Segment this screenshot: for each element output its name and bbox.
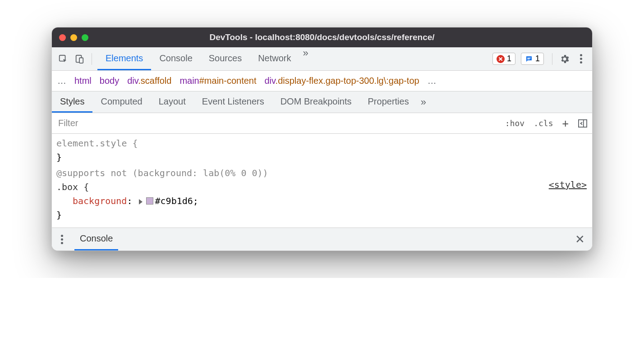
separator bbox=[92, 53, 92, 65]
css-declaration[interactable]: background: #c9b1d6; bbox=[56, 194, 588, 208]
svg-rect-3 bbox=[527, 58, 531, 59]
kebab-menu-icon[interactable] bbox=[574, 52, 588, 66]
drawer: Console ✕ bbox=[52, 228, 592, 250]
subtab-styles[interactable]: Styles bbox=[52, 91, 92, 113]
subtab-properties[interactable]: Properties bbox=[360, 91, 417, 113]
subtab-computed[interactable]: Computed bbox=[92, 91, 150, 113]
breadcrumb-item[interactable]: main#main-content bbox=[179, 76, 256, 86]
selector[interactable]: .box { bbox=[56, 180, 588, 194]
separator bbox=[552, 53, 552, 65]
main-toolbar: Elements Console Sources Network » 1 1 bbox=[52, 47, 592, 71]
tab-elements[interactable]: Elements bbox=[97, 47, 151, 70]
property-value[interactable]: #c9b1d6 bbox=[155, 196, 193, 206]
breadcrumb-item[interactable]: div.scaffold bbox=[127, 76, 171, 86]
drawer-menu-icon[interactable] bbox=[56, 232, 69, 246]
titlebar: DevTools - localhost:8080/docs/devtools/… bbox=[52, 27, 592, 47]
message-count-badge[interactable]: 1 bbox=[521, 53, 544, 65]
inspect-element-icon[interactable] bbox=[56, 52, 70, 66]
device-toolbar-icon[interactable] bbox=[73, 52, 86, 66]
drawer-tab-console[interactable]: Console bbox=[74, 228, 118, 250]
subtab-layout[interactable]: Layout bbox=[151, 91, 194, 113]
error-count: 1 bbox=[507, 54, 511, 64]
error-icon bbox=[497, 55, 505, 63]
element-style-header[interactable]: element.style { bbox=[56, 136, 588, 150]
styles-pane: element.style { } @supports not (backgro… bbox=[52, 134, 592, 228]
supports-query[interactable]: @supports not (background: lab(0% 0 0)) bbox=[56, 168, 268, 178]
close-window-button[interactable] bbox=[59, 34, 66, 41]
source-link[interactable]: <style> bbox=[549, 178, 587, 192]
computed-sidebar-toggle-icon[interactable] bbox=[573, 113, 592, 133]
hov-toggle[interactable]: :hov bbox=[501, 113, 529, 133]
styles-filter-input[interactable] bbox=[52, 118, 501, 128]
more-subtabs-icon[interactable]: » bbox=[417, 96, 430, 108]
styles-subtabs: Styles Computed Layout Event Listeners D… bbox=[52, 91, 592, 113]
devtools-window: DevTools - localhost:8080/docs/devtools/… bbox=[51, 27, 593, 251]
close-brace: } bbox=[56, 208, 588, 222]
css-rule: @supports not (background: lab(0% 0 0)) … bbox=[56, 166, 588, 222]
styles-filter-bar: :hov .cls + bbox=[52, 113, 592, 134]
more-tabs-icon[interactable]: » bbox=[299, 47, 312, 70]
property-name[interactable]: background bbox=[73, 196, 127, 206]
subtab-dom-breakpoints[interactable]: DOM Breakpoints bbox=[272, 91, 360, 113]
close-brace: } bbox=[56, 150, 588, 164]
breadcrumb-item[interactable]: div.display-flex.gap-top-300.lg\:gap-top bbox=[265, 76, 419, 86]
tab-console[interactable]: Console bbox=[151, 47, 200, 70]
settings-icon[interactable] bbox=[558, 52, 571, 66]
tab-sources[interactable]: Sources bbox=[201, 47, 250, 70]
minimize-window-button[interactable] bbox=[70, 34, 77, 41]
drawer-close-icon[interactable]: ✕ bbox=[572, 232, 588, 246]
breadcrumb-overflow-right[interactable]: … bbox=[428, 76, 437, 86]
maximize-window-button[interactable] bbox=[82, 34, 88, 41]
breadcrumb-item[interactable]: html bbox=[74, 76, 92, 86]
subtab-event-listeners[interactable]: Event Listeners bbox=[194, 91, 272, 113]
main-tabs: Elements Console Sources Network » bbox=[97, 47, 312, 70]
tab-network[interactable]: Network bbox=[250, 47, 299, 70]
window-controls bbox=[59, 34, 88, 41]
window-title: DevTools - localhost:8080/docs/devtools/… bbox=[52, 32, 592, 42]
breadcrumb-overflow-left[interactable]: … bbox=[57, 76, 66, 86]
new-style-rule-button[interactable]: + bbox=[558, 113, 573, 133]
breadcrumb: … html body div.scaffold main#main-conte… bbox=[52, 71, 592, 91]
error-count-badge[interactable]: 1 bbox=[492, 53, 515, 65]
color-swatch[interactable] bbox=[146, 197, 153, 205]
svg-rect-2 bbox=[79, 58, 83, 63]
svg-rect-5 bbox=[579, 119, 587, 127]
svg-rect-4 bbox=[527, 59, 529, 59]
breadcrumb-item[interactable]: body bbox=[100, 76, 119, 86]
message-count: 1 bbox=[535, 54, 540, 64]
message-icon bbox=[525, 55, 533, 63]
cls-toggle[interactable]: .cls bbox=[529, 113, 557, 133]
expand-shorthand-icon[interactable] bbox=[139, 199, 143, 205]
